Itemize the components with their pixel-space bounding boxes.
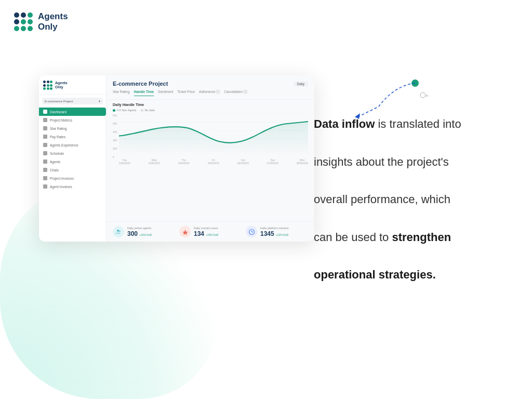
header: Agents Only: [14, 11, 68, 33]
mock-nav-agents[interactable]: Agents: [39, 157, 106, 166]
tagline-bold-1: Data inflow: [314, 117, 375, 130]
mock-tab-handle[interactable]: Handle Time: [134, 90, 154, 96]
tagline-regular-1: is translated into: [378, 117, 461, 130]
mock-tab-ticket[interactable]: Ticket Price: [177, 90, 195, 96]
mock-nav-star[interactable]: Star Rating: [39, 124, 106, 132]
svg-point-2: [420, 92, 425, 98]
stat-minutes-icon: [246, 226, 257, 237]
mock-nav-chats[interactable]: Chats: [39, 166, 106, 174]
mock-stats-row: Daily active agents 300 +22% DoD Daily c…: [107, 221, 314, 242]
mock-tab-sentiment[interactable]: Sentiment: [158, 90, 173, 96]
svg-marker-25: [182, 230, 188, 235]
tagline-regular-3: overall performance, which: [314, 193, 450, 206]
mock-stat-minutes: Daily platform minutes 1345 +22% DoD: [246, 226, 308, 237]
mock-sidebar: AgentsOnly E-commerce Project ▾ Dashboar…: [39, 75, 107, 242]
mock-tab-star[interactable]: Star Rating: [113, 90, 130, 96]
svg-point-23: [117, 230, 119, 232]
stat-agents-label: Daily active agents: [127, 227, 152, 230]
stat-contacts-change: +23% DoD: [206, 233, 218, 236]
tagline-text: Data inflow is translated into insights …: [314, 115, 501, 285]
stat-agents-icon: [113, 226, 124, 237]
mock-main-panel: E-commerce Project Daily Star Rating Han…: [107, 75, 314, 242]
dashboard-mockup: AgentsOnly E-commerce Project ▾ Dashboar…: [39, 75, 314, 242]
mock-project-select[interactable]: E-commerce Project ▾: [42, 98, 103, 104]
tagline-regular-2: insights about the project's: [314, 155, 449, 168]
mock-stat-agents: Daily active agents 300 +22% DoD: [113, 226, 175, 237]
mock-chart-title: Daily Handle Time: [113, 103, 308, 107]
mock-nav-metrics[interactable]: Project Metrics: [39, 116, 106, 124]
stat-contacts-icon: [179, 226, 191, 237]
tagline-bold-2: strengthen: [392, 230, 451, 243]
mock-tabs: Star Rating Handle Time Sentiment Ticket…: [107, 90, 314, 100]
legend-nodata: No data: [141, 109, 155, 112]
mock-main-header: E-commerce Project Daily: [107, 75, 314, 90]
brand-name: Agents Only: [38, 11, 68, 33]
stat-agents-change: +22% DoD: [139, 233, 152, 236]
chart-svg: [119, 114, 308, 155]
stat-minutes-change: +22% DoD: [276, 233, 288, 236]
mock-nav-experience[interactable]: Agents Experience: [39, 141, 106, 149]
svg-point-24: [119, 230, 121, 232]
mock-nav-schedule[interactable]: Schedule: [39, 149, 106, 157]
dashboard-mockup-container: AgentsOnly E-commerce Project ▾ Dashboar…: [39, 75, 314, 242]
mock-nav-project-invoices[interactable]: Project Invoices: [39, 174, 106, 182]
mock-nav-agent-invoices[interactable]: Agent Invoices: [39, 182, 106, 191]
mock-daily-button[interactable]: Daily: [294, 81, 308, 87]
stat-contacts-value: 134: [194, 230, 204, 237]
tagline-regular-4: can be used to: [314, 230, 392, 243]
mock-tab-adherence[interactable]: Adherence ⓘ: [199, 90, 220, 96]
mock-page-title: E-commerce Project: [113, 81, 168, 87]
mock-nav-dashboard[interactable]: Dashboard: [39, 108, 106, 116]
tagline-bold-3: operational strategies.: [314, 268, 436, 281]
mock-logo: AgentsOnly: [39, 81, 106, 95]
stat-contacts-label: Daily contact count: [194, 227, 218, 230]
svg-text:+: +: [425, 93, 429, 99]
tagline-block: Data inflow is translated into insights …: [314, 115, 501, 285]
mock-nav-pay[interactable]: Pay Rates: [39, 132, 106, 141]
stat-agents-value: 300: [127, 230, 138, 237]
mock-chart-area: Daily Handle Time 4.0 Star Agents No dat…: [107, 100, 314, 221]
mock-stat-contacts: Daily contact count 134 +23% DoD: [179, 226, 242, 237]
logo-icon: [14, 12, 33, 31]
legend-agents: 4.0 Star Agents: [113, 109, 137, 112]
mock-chart-legend: 4.0 Star Agents No data: [113, 109, 308, 112]
stat-minutes-value: 1345: [260, 230, 274, 237]
mock-tab-cancellation[interactable]: Cancellation ⓘ: [224, 90, 247, 96]
stat-minutes-label: Daily platform minutes: [260, 227, 288, 230]
